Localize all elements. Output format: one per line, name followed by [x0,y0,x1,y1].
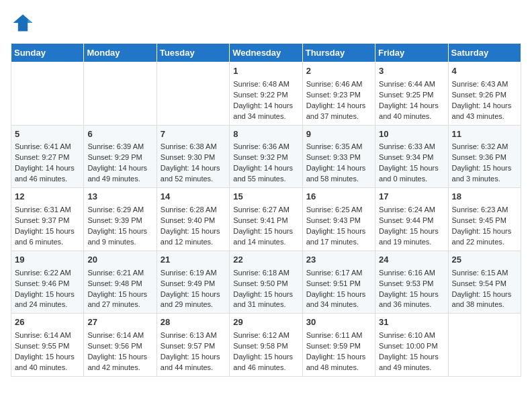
calendar-cell: 11Sunrise: 6:32 AMSunset: 9:36 PMDayligh… [448,125,521,188]
sunrise-text: Sunrise: 6:18 AM [233,269,290,277]
page-header [11,11,521,35]
calendar-cell [448,314,521,377]
calendar-week-row: 19Sunrise: 6:22 AMSunset: 9:46 PMDayligh… [11,250,521,314]
sunset-text: Sunset: 9:44 PM [379,216,433,224]
daylight-text: Daylight: 15 hours and 14 minutes. [233,227,293,246]
daylight-text: Daylight: 15 hours and 31 minutes. [233,290,293,309]
day-number: 29 [233,316,298,329]
day-number: 18 [452,191,517,203]
daylight-text: Daylight: 15 hours and 19 minutes. [379,227,439,246]
calendar-week-row: 1Sunrise: 6:48 AMSunset: 9:22 PMDaylight… [11,62,521,126]
sunrise-text: Sunrise: 6:48 AM [233,80,290,88]
daylight-text: Daylight: 14 hours and 49 minutes. [87,164,147,183]
day-number: 30 [306,316,371,329]
sunset-text: Sunset: 9:57 PM [161,342,215,350]
sunrise-text: Sunrise: 6:44 AM [379,80,435,88]
sunrise-text: Sunrise: 6:25 AM [306,205,363,214]
daylight-text: Daylight: 15 hours and 34 minutes. [306,290,366,309]
sunset-text: Sunset: 9:55 PM [15,342,69,350]
calendar-cell: 19Sunrise: 6:22 AMSunset: 9:46 PMDayligh… [11,250,84,314]
calendar-cell: 27Sunrise: 6:14 AMSunset: 9:56 PMDayligh… [84,314,157,377]
sunrise-text: Sunrise: 6:13 AM [161,331,217,339]
day-number: 13 [87,191,152,203]
sunrise-text: Sunrise: 6:14 AM [87,331,144,339]
day-number: 1 [233,65,298,78]
sunrise-text: Sunrise: 6:17 AM [306,269,363,277]
calendar-cell: 17Sunrise: 6:24 AMSunset: 9:44 PMDayligh… [375,188,448,251]
sunset-text: Sunset: 9:27 PM [15,153,69,161]
day-number: 2 [306,65,371,78]
sunset-text: Sunset: 9:43 PM [306,216,361,224]
daylight-text: Daylight: 15 hours and 27 minutes. [87,290,147,309]
day-number: 26 [15,316,80,329]
calendar-cell: 15Sunrise: 6:27 AMSunset: 9:41 PMDayligh… [230,188,302,251]
sunrise-text: Sunrise: 6:11 AM [306,331,363,339]
calendar-cell [11,62,84,126]
calendar-cell: 8Sunrise: 6:36 AMSunset: 9:32 PMDaylight… [230,125,302,188]
sunrise-text: Sunrise: 6:12 AM [233,331,290,339]
daylight-text: Daylight: 15 hours and 29 minutes. [161,290,220,309]
day-number: 9 [306,128,371,141]
sunset-text: Sunset: 9:34 PM [379,153,433,161]
daylight-text: Daylight: 14 hours and 46 minutes. [15,164,75,183]
sunrise-text: Sunrise: 6:23 AM [452,205,508,214]
day-number: 6 [87,128,152,141]
sunset-text: Sunset: 9:48 PM [87,279,142,287]
sunrise-text: Sunrise: 6:28 AM [161,205,217,214]
sunrise-text: Sunrise: 6:24 AM [379,205,435,214]
daylight-text: Daylight: 15 hours and 24 minutes. [15,290,75,309]
sunset-text: Sunset: 9:23 PM [306,91,361,99]
day-number: 31 [379,316,444,329]
calendar-cell: 3Sunrise: 6:44 AMSunset: 9:25 PMDaylight… [375,62,448,126]
calendar-cell: 12Sunrise: 6:31 AMSunset: 9:37 PMDayligh… [11,188,84,251]
sunrise-text: Sunrise: 6:35 AM [306,142,363,150]
sunrise-text: Sunrise: 6:39 AM [87,142,144,150]
day-number: 14 [161,191,226,203]
calendar-cell: 18Sunrise: 6:23 AMSunset: 9:45 PMDayligh… [448,188,521,251]
logo [11,11,38,35]
daylight-text: Daylight: 15 hours and 44 minutes. [161,353,220,371]
sunset-text: Sunset: 9:56 PM [87,342,142,350]
daylight-text: Daylight: 15 hours and 40 minutes. [15,353,75,371]
calendar-week-row: 26Sunrise: 6:14 AMSunset: 9:55 PMDayligh… [11,314,521,377]
calendar-cell: 4Sunrise: 6:43 AMSunset: 9:26 PMDaylight… [448,62,521,126]
logo-icon [11,11,35,35]
calendar-cell [84,62,157,126]
calendar-week-row: 5Sunrise: 6:41 AMSunset: 9:27 PMDaylight… [11,125,521,188]
calendar-cell: 2Sunrise: 6:46 AMSunset: 9:23 PMDaylight… [302,62,375,126]
daylight-text: Daylight: 14 hours and 37 minutes. [306,101,366,120]
sunset-text: Sunset: 9:40 PM [161,216,215,224]
day-number: 8 [233,128,298,141]
calendar-cell: 21Sunrise: 6:19 AMSunset: 9:49 PMDayligh… [157,250,229,314]
daylight-text: Daylight: 14 hours and 34 minutes. [233,101,293,120]
daylight-text: Daylight: 15 hours and 17 minutes. [306,227,366,246]
sunset-text: Sunset: 9:26 PM [452,91,506,99]
sunset-text: Sunset: 9:22 PM [233,91,287,99]
sunset-text: Sunset: 9:46 PM [15,279,69,287]
calendar-cell: 30Sunrise: 6:11 AMSunset: 9:59 PMDayligh… [302,314,375,377]
weekday-header-friday: Friday [375,44,448,62]
daylight-text: Daylight: 15 hours and 49 minutes. [379,353,439,371]
calendar-cell: 13Sunrise: 6:29 AMSunset: 9:39 PMDayligh… [84,188,157,251]
day-number: 7 [161,128,226,141]
sunset-text: Sunset: 9:37 PM [15,216,69,224]
daylight-text: Daylight: 14 hours and 43 minutes. [452,101,512,120]
calendar-cell: 6Sunrise: 6:39 AMSunset: 9:29 PMDaylight… [84,125,157,188]
sunrise-text: Sunrise: 6:15 AM [452,269,508,277]
day-number: 19 [15,254,80,267]
day-number: 3 [379,65,444,78]
sunrise-text: Sunrise: 6:46 AM [306,80,363,88]
day-number: 24 [379,254,444,267]
sunrise-text: Sunrise: 6:38 AM [161,142,217,150]
sunset-text: Sunset: 9:59 PM [306,342,361,350]
weekday-header-sunday: Sunday [11,44,84,62]
calendar-cell: 26Sunrise: 6:14 AMSunset: 9:55 PMDayligh… [11,314,84,377]
day-number: 20 [87,254,152,267]
day-number: 25 [452,254,517,267]
daylight-text: Daylight: 15 hours and 42 minutes. [87,353,147,371]
day-number: 28 [161,316,226,329]
sunset-text: Sunset: 9:36 PM [452,153,506,161]
calendar-cell: 10Sunrise: 6:33 AMSunset: 9:34 PMDayligh… [375,125,448,188]
sunset-text: Sunset: 9:51 PM [306,279,361,287]
day-number: 21 [161,254,226,267]
